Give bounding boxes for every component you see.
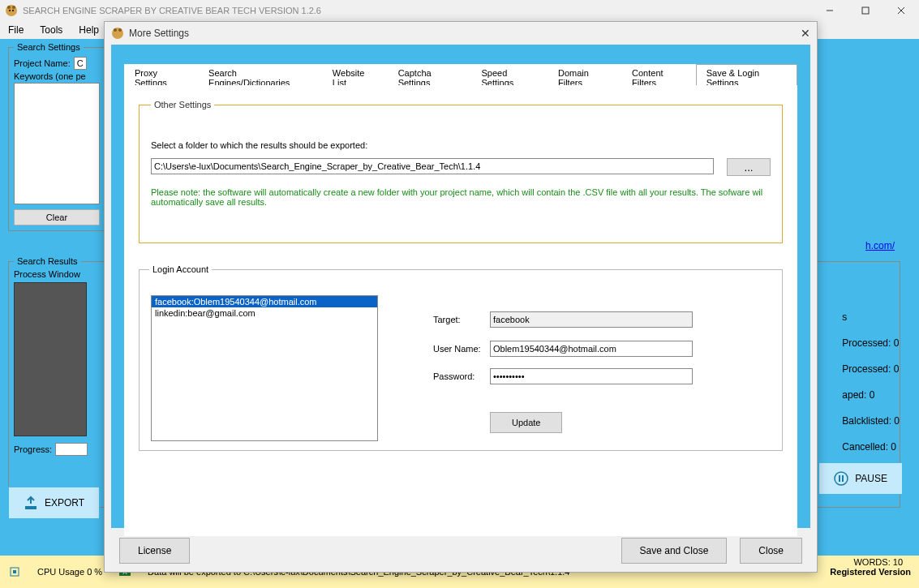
- tab-website[interactable]: Website List: [322, 64, 388, 85]
- export-icon: [24, 496, 38, 510]
- menu-help[interactable]: Help: [79, 24, 99, 36]
- username-label: User Name:: [433, 344, 490, 354]
- stat-blacklisted: Balcklisted: 0: [842, 415, 900, 427]
- registered-label: Registered Version: [830, 567, 911, 577]
- clear-button[interactable]: Clear: [14, 209, 100, 225]
- app-title: SEARCH ENGINE SCRAPER BY CREATIVE BEAR T…: [23, 6, 321, 15]
- stat-cancelled: Cancelled: 0: [842, 441, 900, 453]
- license-button[interactable]: License: [119, 538, 190, 564]
- stat-processed-b: Processed: 0: [842, 363, 900, 375]
- svg-point-16: [112, 28, 123, 39]
- dialog-title: More Settings: [129, 28, 189, 39]
- target-label: Target:: [433, 315, 490, 324]
- other-settings-legend: Other Settings: [151, 100, 214, 109]
- stats-heading: s: [842, 311, 900, 323]
- tab-speed[interactable]: Speed Settings: [471, 64, 548, 85]
- login-account-fieldset: Login Account facebook:Oblem19540344@hot…: [139, 264, 783, 451]
- project-name-input[interactable]: [74, 57, 87, 70]
- svg-point-9: [835, 472, 848, 485]
- target-input: [490, 311, 693, 328]
- stat-scraped: aped: 0: [842, 389, 900, 401]
- svg-rect-6: [862, 7, 869, 14]
- progress-field: [55, 443, 88, 456]
- update-button[interactable]: Update: [490, 412, 562, 433]
- tab-domain[interactable]: Domain Filters: [548, 64, 621, 85]
- search-settings-legend: Search Settings: [14, 42, 84, 52]
- stat-processed-a: Processed: 0: [842, 337, 900, 349]
- pause-icon: [834, 471, 848, 486]
- svg-rect-13: [13, 570, 16, 573]
- svg-rect-11: [842, 475, 844, 482]
- close-button[interactable]: Close: [740, 538, 802, 564]
- keywords-label: Keywords (one pe: [14, 71, 86, 81]
- save-and-close-button[interactable]: Save and Close: [621, 538, 728, 564]
- list-item[interactable]: facebook:Oblem19540344@hotmail.com: [152, 296, 377, 307]
- tab-proxy[interactable]: Proxy Settings: [124, 64, 198, 85]
- username-input[interactable]: [490, 341, 693, 357]
- password-input[interactable]: [490, 368, 693, 384]
- account-listbox[interactable]: facebook:Oblem19540344@hotmail.com linke…: [151, 295, 378, 441]
- progress-label: Progress:: [14, 444, 52, 454]
- other-settings-fieldset: Other Settings Select a folder to which …: [139, 100, 783, 243]
- tab-captcha[interactable]: Captcha Settings: [388, 64, 471, 85]
- dialog-close-icon[interactable]: ✕: [801, 27, 810, 40]
- tabstrip: Proxy Settings Search Engines/Dictionari…: [124, 64, 797, 85]
- process-window: [14, 282, 87, 436]
- browse-button[interactable]: ...: [727, 158, 771, 176]
- main-titlebar: SEARCH ENGINE SCRAPER BY CREATIVE BEAR T…: [0, 0, 919, 21]
- menu-file[interactable]: File: [8, 24, 24, 36]
- menu-tools[interactable]: Tools: [40, 24, 62, 36]
- login-account-legend: Login Account: [149, 264, 212, 274]
- stats-panel: s Processed: 0 Processed: 0 aped: 0 Balc…: [842, 297, 900, 467]
- keywords-listbox[interactable]: [14, 83, 100, 204]
- pause-button[interactable]: PAUSE: [818, 462, 903, 495]
- project-name-label: Project Name:: [14, 58, 71, 68]
- svg-point-4: [12, 10, 14, 11]
- svg-point-17: [114, 28, 117, 32]
- tab-engines[interactable]: Search Engines/Dictionaries: [198, 64, 322, 85]
- password-label: Password:: [433, 371, 490, 381]
- maximize-button[interactable]: [848, 0, 883, 21]
- minimize-button[interactable]: [812, 0, 848, 21]
- dialog-icon: [111, 27, 124, 40]
- svg-point-3: [9, 10, 11, 11]
- website-link[interactable]: h.com/: [865, 240, 895, 251]
- app-icon: [5, 4, 18, 17]
- tab-save-login[interactable]: Save & Login Settings: [696, 64, 797, 85]
- export-note: Please note: the software will automatic…: [151, 187, 771, 207]
- cpu-icon: [8, 565, 21, 578]
- close-button[interactable]: [883, 0, 919, 21]
- svg-point-1: [7, 6, 11, 9]
- tab-content[interactable]: Content Filters: [621, 64, 696, 85]
- svg-rect-10: [839, 475, 840, 482]
- svg-point-0: [6, 5, 17, 16]
- keywords-count: WORDS: 10: [853, 557, 903, 567]
- svg-point-2: [12, 6, 15, 9]
- export-folder-prompt: Select a folder to which the results sho…: [151, 140, 771, 150]
- export-button[interactable]: EXPORT: [8, 487, 100, 519]
- list-item[interactable]: linkedin:bear@gmail.com: [152, 307, 377, 319]
- svg-point-18: [118, 28, 122, 32]
- more-settings-dialog: More Settings ✕ Proxy Settings Search En…: [104, 21, 818, 573]
- cpu-usage-label: CPU Usage 0 %: [37, 567, 102, 577]
- export-folder-input[interactable]: [151, 158, 714, 174]
- search-results-legend: Search Results: [14, 256, 81, 266]
- search-settings-fieldset: Search Settings Project Name: Keywords (…: [8, 42, 105, 231]
